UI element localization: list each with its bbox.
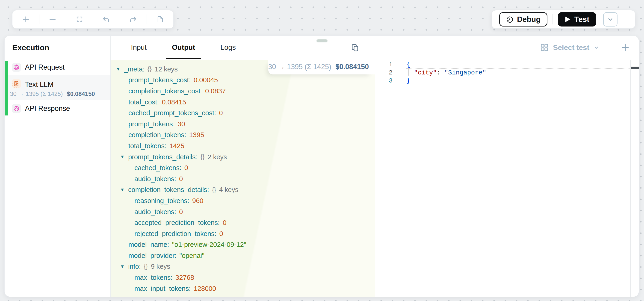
copy-icon xyxy=(351,44,359,52)
json-row[interactable]: ▼prompt_tokens_details:{}2 keys xyxy=(111,152,375,162)
tab-logs-label: Logs xyxy=(220,43,236,52)
json-value: 0.00045 xyxy=(194,76,218,84)
grid-icon xyxy=(540,43,549,52)
notes-button[interactable] xyxy=(146,10,173,28)
json-key: audio_tokens: xyxy=(134,208,176,216)
json-key: prompt_tokens_details: xyxy=(128,153,198,161)
json-key: completion_tokens_cost: xyxy=(128,87,202,95)
json-key: _meta: xyxy=(124,65,144,73)
json-key: model_provider: xyxy=(128,252,176,260)
collapse-arrow-icon[interactable]: ▼ xyxy=(120,187,125,192)
code-line[interactable]: { xyxy=(406,60,637,69)
app-canvas: { "glyphs": { "expand_arrow": "▼", "brac… xyxy=(0,0,644,301)
test-json-editor[interactable]: 1 2 3 { "city": "Singapore" } xyxy=(375,60,639,296)
node-label: API Response xyxy=(25,104,70,113)
document-icon xyxy=(156,15,164,24)
json-row: reasoning_tokens:960 xyxy=(111,195,375,206)
line-number: 2 xyxy=(375,69,392,77)
actions-divider xyxy=(552,14,553,24)
select-test-dropdown[interactable]: Select test xyxy=(540,36,599,59)
copy-output-button[interactable] xyxy=(351,44,359,52)
panel-divider-right[interactable] xyxy=(375,36,375,296)
json-row: completion_tokens_cost:0.0837 xyxy=(111,86,375,96)
add-test-button[interactable] xyxy=(621,43,630,52)
json-key: accepted_prediction_tokens: xyxy=(134,219,220,226)
zoom-in-button[interactable] xyxy=(12,10,39,28)
json-key: total_tokens: xyxy=(128,142,166,150)
node-label: Text LLM xyxy=(25,80,54,89)
scrollbar-marker[interactable] xyxy=(631,66,639,69)
json-row: max_tokens:32768 xyxy=(111,272,375,283)
execution-panel: Execution API Request Text LLM 30 → 1395… xyxy=(4,36,110,296)
json-row: max_input_tokens:128000 xyxy=(111,283,375,294)
json-row[interactable]: ▼info:{}9 keys xyxy=(111,261,375,272)
json-key: completion_tokens_details: xyxy=(128,186,209,194)
json-key: prompt_tokens_cost: xyxy=(128,76,190,84)
minus-icon xyxy=(48,15,57,24)
test-options-button[interactable] xyxy=(603,12,618,26)
json-row: completion_tokens:1395 xyxy=(111,130,375,140)
fit-view-button[interactable] xyxy=(66,10,93,28)
json-key: model_name: xyxy=(128,240,169,248)
debug-button[interactable]: Debug xyxy=(499,12,548,26)
code-line[interactable]: "city": "Singapore" xyxy=(406,69,637,77)
chevron-down-icon xyxy=(594,45,599,50)
tab-logs[interactable]: Logs xyxy=(214,36,241,59)
undo-button[interactable] xyxy=(93,10,120,28)
debug-label: Debug xyxy=(517,15,541,24)
brace-token: { xyxy=(406,61,410,68)
llm-node-icon xyxy=(12,79,21,88)
zoom-out-button[interactable] xyxy=(39,10,66,28)
cost-value: $0.084150 xyxy=(335,63,369,71)
json-meta: 4 keys xyxy=(219,186,238,194)
json-value: 0 xyxy=(219,230,223,238)
output-panel: Input Output Logs 30 → 1395 (Σ 1425) $0.… xyxy=(111,36,375,296)
braces-icon: {} xyxy=(212,186,216,193)
json-meta: 9 keys xyxy=(151,262,170,270)
execution-item-api-response[interactable]: API Response xyxy=(8,102,110,115)
inspector-window: Execution API Request Text LLM 30 → 1395… xyxy=(4,36,639,297)
json-row: prompt_tokens_cost:0.00045 xyxy=(111,75,375,86)
plus-icon xyxy=(621,43,630,52)
collapse-arrow-icon[interactable]: ▼ xyxy=(120,264,125,269)
token-count: 30 → 1395 (Σ 1425) xyxy=(268,63,331,71)
plus-icon xyxy=(22,15,30,24)
line-number: 3 xyxy=(375,77,392,85)
test-button[interactable]: Test xyxy=(558,12,596,26)
json-value: 0 xyxy=(179,208,183,216)
execution-item-api-request[interactable]: API Request xyxy=(8,61,110,74)
json-key: total_cost: xyxy=(128,98,159,106)
json-row: model_provider:"openai" xyxy=(111,250,375,261)
select-test-label: Select test xyxy=(553,43,589,52)
panel-drag-handle[interactable] xyxy=(316,40,328,42)
json-key: max_input_tokens: xyxy=(134,285,190,292)
json-row: prompt_tokens:30 xyxy=(111,118,375,130)
code-line[interactable]: } xyxy=(406,77,637,85)
json-value: 0 xyxy=(179,175,183,183)
json-value: 960 xyxy=(192,197,204,205)
execution-item-text-llm[interactable]: Text LLM 30 → 1395 (Σ 1425) $0.084150 xyxy=(8,75,110,100)
redo-icon xyxy=(128,15,137,24)
json-row: total_tokens:1425 xyxy=(111,140,375,152)
json-row[interactable]: ▼completion_tokens_details:{}4 keys xyxy=(111,184,375,196)
collapse-arrow-icon[interactable]: ▼ xyxy=(120,154,125,160)
json-value: 0 xyxy=(184,164,188,172)
json-value: "o1-preview-2024-09-12" xyxy=(172,240,246,248)
usage-summary-badge: 30 → 1395 (Σ 1425) $0.084150 xyxy=(268,59,375,74)
timer-icon xyxy=(506,16,514,23)
json-meta: 2 keys xyxy=(208,153,227,161)
json-value: 1395 xyxy=(189,131,204,139)
collapse-arrow-icon[interactable]: ▼ xyxy=(116,66,121,72)
token-count: 30 → 1395 (Σ 1425) xyxy=(10,90,63,98)
redo-button[interactable] xyxy=(120,10,146,28)
json-tree: ▼_meta:{}12 keys prompt_tokens_cost:0.00… xyxy=(111,64,375,297)
braces-icon: {} xyxy=(200,153,205,160)
api-node-icon xyxy=(12,104,21,113)
json-key: max_output_tokens: xyxy=(134,296,195,297)
json-value: 32768 xyxy=(176,274,194,282)
json-row: max_output_tokens:32768 xyxy=(111,294,375,297)
tab-input[interactable]: Input xyxy=(125,36,152,59)
play-icon xyxy=(565,16,571,22)
tab-output[interactable]: Output xyxy=(166,36,201,59)
panel-divider-left[interactable] xyxy=(110,36,111,296)
